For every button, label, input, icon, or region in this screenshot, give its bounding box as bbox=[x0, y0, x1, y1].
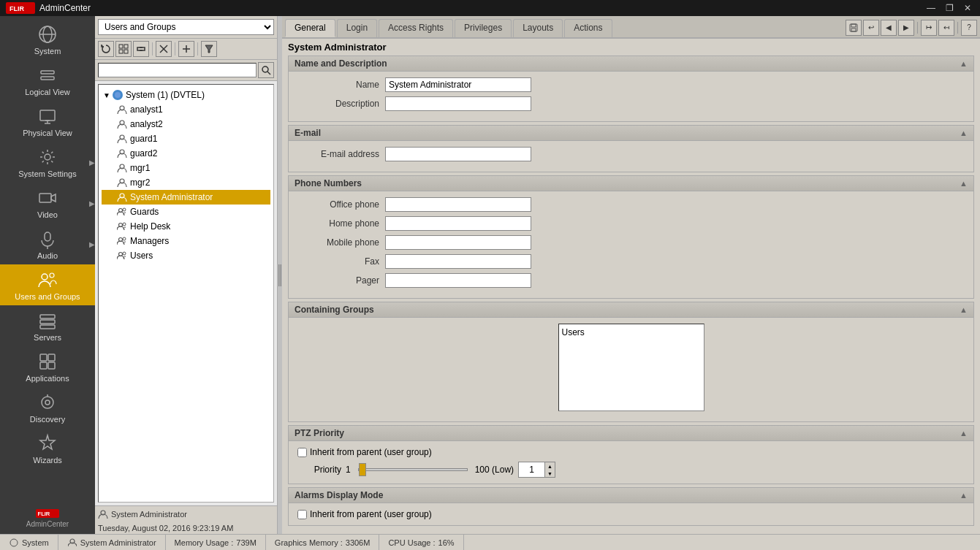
tree-item-mgr1[interactable]: mgr1 bbox=[102, 161, 270, 175]
group-list-item-users[interactable]: Users bbox=[562, 327, 701, 337]
label-description: Description bbox=[297, 99, 385, 109]
tree-item-users[interactable]: Users bbox=[102, 248, 270, 263]
minimize-button[interactable]: — bbox=[924, 3, 938, 13]
search-input[interactable] bbox=[98, 63, 257, 77]
tab-privileges[interactable]: Privileges bbox=[455, 19, 512, 37]
collapse-tree-button[interactable] bbox=[133, 41, 149, 57]
spin-up-button[interactable]: ▲ bbox=[544, 462, 555, 470]
ptz-inherit-label[interactable]: Inherit from parent (user group) bbox=[297, 447, 432, 457]
alarms-inherit-label[interactable]: Inherit from parent (user group) bbox=[297, 509, 432, 519]
input-description[interactable] bbox=[385, 96, 531, 111]
tab-actions[interactable]: Actions bbox=[564, 19, 612, 37]
sidebar-item-applications[interactable]: Applications bbox=[0, 346, 95, 387]
tree-item-analyst1[interactable]: analyst1 bbox=[102, 102, 270, 117]
search-button[interactable] bbox=[258, 62, 274, 78]
close-button[interactable]: ✕ bbox=[961, 3, 974, 13]
tree-item-guards[interactable]: Guards bbox=[102, 205, 270, 219]
tree-label-helpdesk: Help Desk bbox=[130, 221, 170, 232]
section-collapse-ptz[interactable]: ▲ bbox=[960, 429, 968, 438]
user-icon-system-admin bbox=[116, 191, 128, 203]
form-row-pager: Pager bbox=[297, 273, 965, 288]
input-fax[interactable] bbox=[385, 254, 531, 269]
user-icon-guard1 bbox=[116, 133, 128, 145]
delete-button[interactable] bbox=[156, 41, 172, 57]
tab-layouts[interactable]: Layouts bbox=[513, 19, 563, 37]
groups-list[interactable]: Users bbox=[558, 324, 704, 411]
priority-input[interactable] bbox=[519, 462, 544, 477]
sidebar-item-users-groups[interactable]: Users and Groups bbox=[0, 264, 95, 305]
section-collapse-alarms[interactable]: ▲ bbox=[960, 491, 968, 500]
form-row-email: E-mail address bbox=[297, 147, 965, 161]
sidebar-item-video[interactable]: Video ▶ bbox=[0, 183, 95, 224]
sidebar-item-audio[interactable]: Audio ▶ bbox=[0, 224, 95, 264]
svg-text:FLIR: FLIR bbox=[38, 511, 50, 517]
input-office-phone[interactable] bbox=[385, 197, 531, 212]
spin-down-button[interactable]: ▼ bbox=[544, 470, 555, 477]
next-button[interactable]: ▶ bbox=[898, 20, 914, 36]
svg-point-43 bbox=[262, 66, 268, 72]
tree-item-mgr2[interactable]: mgr2 bbox=[102, 175, 270, 190]
sidebar-item-discovery[interactable]: Discovery bbox=[0, 387, 95, 428]
priority-spinners: ▲ ▼ bbox=[544, 462, 555, 477]
status-cpu: CPU Usage : 16% bbox=[379, 535, 463, 550]
sidebar-item-system-settings[interactable]: System Settings ▶ bbox=[0, 142, 95, 183]
group-icon-users bbox=[116, 250, 128, 261]
expand-tree-button[interactable] bbox=[115, 41, 132, 57]
view-dropdown[interactable]: Users and GroupsCamerasServers bbox=[98, 19, 274, 35]
label-mobile-phone: Mobile phone bbox=[297, 237, 385, 248]
input-home-phone[interactable] bbox=[385, 216, 531, 231]
maximize-button[interactable]: ❐ bbox=[943, 3, 957, 13]
help-button[interactable]: ? bbox=[961, 20, 977, 36]
tab-general[interactable]: General bbox=[285, 19, 335, 37]
sidebar-item-applications-label: Applications bbox=[26, 374, 69, 383]
titlebar-controls[interactable]: — ❐ ✕ bbox=[924, 3, 974, 13]
tab-login[interactable]: Login bbox=[337, 19, 377, 37]
tree-item-analyst2[interactable]: analyst2 bbox=[102, 117, 270, 131]
sidebar-item-logical-view[interactable]: Logical View bbox=[0, 60, 95, 101]
section-collapse-name[interactable]: ▲ bbox=[960, 59, 968, 68]
label-pager: Pager bbox=[297, 275, 385, 286]
tree-item-root[interactable]: ▼ System (1) (DVTEL) bbox=[102, 88, 270, 102]
section-name-description: Name and Description ▲ Name Description bbox=[288, 56, 974, 122]
section-collapse-phone[interactable]: ▲ bbox=[960, 179, 968, 188]
input-mobile-phone[interactable] bbox=[385, 235, 531, 250]
svg-rect-22 bbox=[48, 354, 55, 361]
tree-label-guard1: guard1 bbox=[130, 134, 157, 144]
ptz-inherit-text: Inherit from parent (user group) bbox=[310, 447, 432, 457]
prev-button[interactable]: ◀ bbox=[881, 20, 897, 36]
sidebar-arrow-settings: ▶ bbox=[89, 158, 95, 167]
input-email[interactable] bbox=[385, 147, 531, 161]
input-pager[interactable] bbox=[385, 273, 531, 288]
sidebar-item-servers[interactable]: Servers bbox=[0, 305, 95, 346]
alarms-inherit-checkbox[interactable] bbox=[297, 510, 307, 519]
back-button[interactable]: ↩ bbox=[863, 20, 879, 36]
expand-all-button[interactable]: ↦ bbox=[921, 20, 937, 36]
sidebar-item-wizards[interactable]: Wizards bbox=[0, 428, 95, 469]
ptz-inherit-checkbox[interactable] bbox=[297, 448, 307, 457]
sidebar: System Logical View Physical View System… bbox=[0, 16, 95, 534]
section-title-alarms: Alarms Display Mode bbox=[295, 490, 383, 500]
tree-item-guard1[interactable]: guard1 bbox=[102, 131, 270, 146]
tree-item-guard2[interactable]: guard2 bbox=[102, 146, 270, 161]
add-button[interactable] bbox=[178, 41, 194, 57]
tree-item-system-admin[interactable]: System Administrator bbox=[102, 190, 270, 205]
priority-slider[interactable] bbox=[358, 468, 468, 471]
sidebar-item-system[interactable]: System bbox=[0, 19, 95, 60]
input-name[interactable] bbox=[385, 77, 531, 92]
sidebar-item-physical-view[interactable]: Physical View bbox=[0, 101, 95, 142]
filter-button[interactable] bbox=[201, 41, 217, 57]
refresh-button[interactable] bbox=[98, 41, 114, 57]
section-collapse-email[interactable]: ▲ bbox=[960, 129, 968, 137]
save-file-button[interactable] bbox=[846, 20, 862, 36]
tab-access-rights[interactable]: Access Rights bbox=[379, 19, 453, 37]
section-collapse-groups[interactable]: ▲ bbox=[960, 305, 968, 314]
alarms-inherit-row: Inherit from parent (user group) bbox=[297, 509, 965, 519]
user-icon-guard2 bbox=[116, 148, 128, 159]
tree-area[interactable]: ▼ System (1) (DVTEL) analyst1 bbox=[98, 84, 274, 503]
wizards-icon bbox=[34, 432, 61, 454]
tree-item-helpdesk[interactable]: Help Desk bbox=[102, 219, 270, 234]
tree-item-managers[interactable]: Managers bbox=[102, 234, 270, 248]
tree-toggle-root[interactable]: ▼ bbox=[102, 91, 112, 99]
sidebar-item-discovery-label: Discovery bbox=[30, 415, 65, 424]
collapse-all-button[interactable]: ↤ bbox=[938, 20, 954, 36]
